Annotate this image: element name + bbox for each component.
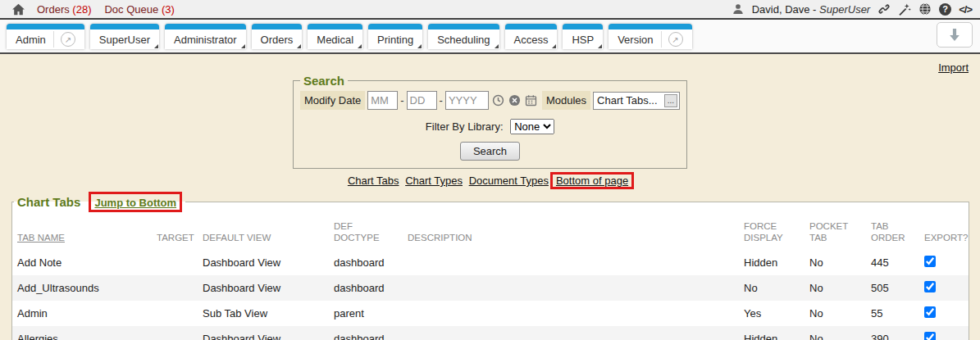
chart-tabs-panel: Chart Tabs Jump to Bottom TAB NAME TARGE… [11,192,969,340]
chart-tabs-table: TAB NAME TARGET DEFAULT VIEW DEF DOCTYPE… [12,212,969,340]
jump-to-bottom-link[interactable]: Jump to Bottom [94,197,176,209]
day-input[interactable] [407,91,437,110]
export-checkbox[interactable] [924,256,936,267]
topnav: Orders (28) Doc Queue (3) [37,3,175,16]
modules-browse-button[interactable]: ... [664,94,677,107]
tab-admin[interactable]: Admin ↗ [7,24,84,49]
nav-orders[interactable]: Orders (28) [37,3,91,16]
wand-icon[interactable] [898,2,911,16]
nav-doc-queue[interactable]: Doc Queue (3) [104,3,174,16]
cell-description [403,301,739,326]
cell-export [919,326,969,340]
calendar-icon[interactable] [525,94,537,107]
col-pocket-tab: POCKET TAB [805,212,866,250]
tab-version-label: Version [618,34,653,46]
month-input[interactable] [367,91,398,110]
cell-target [152,326,198,340]
table-row[interactable]: Admin Sub Tab View parent Yes No 55 [12,301,969,326]
download-button[interactable] [937,22,973,48]
table-row[interactable]: Add_Ultrasounds Dashboard View dashboard… [12,275,969,301]
table-row[interactable]: Add Note Dashboard View dashboard Hidden… [12,250,969,275]
tab-scheduling[interactable]: Scheduling [428,24,499,49]
col-tab-order: TAB ORDER [866,212,919,250]
chart-tabs-legend: Chart Tabs [17,195,80,209]
link-icon[interactable] [877,2,891,16]
tab-hsp[interactable]: HSP [563,24,603,49]
cell-tab-name: Add_Ultrasounds [12,275,152,301]
cell-pocket-tab: No [805,250,866,275]
cell-pocket-tab: No [805,301,866,326]
globe-icon[interactable] [918,2,932,16]
modules-value: Chart Tabs... [597,94,657,107]
quick-links: Chart Tabs Chart Types Document TypesBot… [0,172,980,189]
search-row-filter: Filter By Library: None [300,119,680,134]
launch-icon[interactable]: ↗ [61,32,75,47]
search-button[interactable]: Search [460,142,520,161]
filter-by-library-label: Filter By Library: [426,120,504,133]
home-icon[interactable] [11,2,25,16]
cell-target [152,275,198,301]
tab-access[interactable]: Access [505,24,558,49]
cell-default-view: Dashboard View [198,250,329,275]
link-chart-tabs[interactable]: Chart Tabs [348,175,399,187]
col-tab-name[interactable]: TAB NAME [12,212,152,250]
cell-force-display: Hidden [739,250,805,275]
cell-target [152,250,198,275]
date-separator: - [440,94,443,107]
cell-default-view: Dashboard View [198,326,329,340]
user-icon [732,2,745,16]
cell-export [919,275,969,301]
export-checkbox[interactable] [924,332,936,340]
cell-export [919,250,969,275]
cell-pocket-tab: No [805,326,866,340]
cell-target [152,301,198,326]
link-bottom-of-page[interactable]: Bottom of page [556,175,628,187]
link-chart-types[interactable]: Chart Types [405,175,463,187]
tab-administrator[interactable]: Administrator [165,24,246,49]
cell-force-display: Yes [739,301,805,326]
cell-pocket-tab: No [805,275,866,301]
library-select[interactable]: None [510,119,554,134]
tab-medical[interactable]: Medical [308,24,362,49]
tab-admin-label: Admin [16,34,46,46]
import-row: Import [0,54,980,74]
year-input[interactable] [445,91,489,110]
import-link[interactable]: Import [938,61,969,74]
tab-orders[interactable]: Orders [252,24,303,49]
help-icon[interactable]: ? [939,3,951,16]
nav-doc-queue-count: (3) [162,3,175,16]
launch-icon[interactable]: ↗ [668,32,683,47]
tab-superuser[interactable]: SuperUser [90,24,159,49]
link-document-types[interactable]: Document Types [469,175,549,187]
export-checkbox[interactable] [924,281,936,292]
tab-divider [53,31,54,48]
tab-hsp-label: HSP [572,34,594,46]
col-export: EXPORT? [919,212,969,250]
cell-default-view: Sub Tab View [198,301,329,326]
tab-version[interactable]: Version ↗ [609,24,691,49]
table-header-row: TAB NAME TARGET DEFAULT VIEW DEF DOCTYPE… [12,212,969,250]
cell-def-doctype: dashboard [329,275,403,301]
tab-printing[interactable]: Printing [368,24,422,49]
cell-def-doctype: dashboard [329,326,403,340]
topbar: Orders (28) Doc Queue (3) David, Dave - … [0,0,980,20]
export-checkbox[interactable] [924,306,936,318]
search-panel: Search Modify Date - - Modules Chart Tab… [293,74,687,169]
code-icon[interactable]: </> [959,3,972,16]
search-legend: Search [300,74,348,88]
search-row-date: Modify Date - - Modules Chart Tabs... ..… [300,91,680,110]
user-name: David, Dave - SuperUser [752,3,871,16]
time-icon[interactable] [492,94,504,107]
col-force-display: FORCE DISPLAY [739,212,805,250]
cell-description [403,326,739,340]
cell-description [403,250,739,275]
tab-divider [661,31,662,48]
modules-field[interactable]: Chart Tabs... ... [593,92,680,110]
table-row[interactable]: Allergies Dashboard View dashboard Hidde… [12,326,969,340]
cell-tab-order: 505 [866,275,919,301]
tab-scheduling-label: Scheduling [437,34,490,46]
clear-date-icon[interactable] [508,94,521,107]
cell-tab-order: 445 [866,250,919,275]
cell-force-display: No [739,275,805,301]
download-arrow-icon [946,27,963,43]
